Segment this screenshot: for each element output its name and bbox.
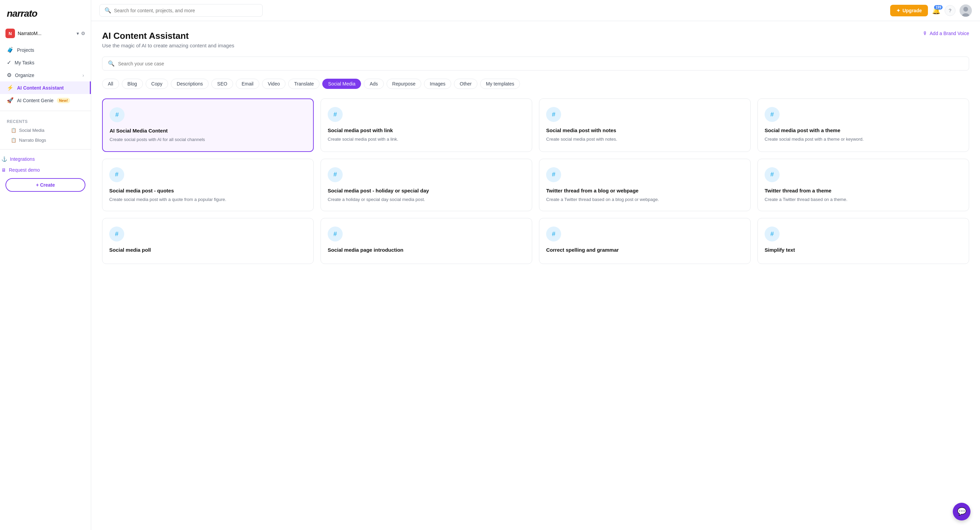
card-social-media-post-with-theme[interactable]: # Social media post with a theme Create … <box>757 99 969 152</box>
link-icon-request-demo: 🖥 <box>2 167 6 173</box>
card-icon-social-media-post-with-notes: # <box>546 107 561 122</box>
card-title-social-media-post-with-link: Social media post with link <box>328 128 525 133</box>
category-tab-repurpose[interactable]: Repurpose <box>387 79 422 89</box>
help-button[interactable]: ? <box>945 5 956 16</box>
search-input[interactable] <box>114 8 258 13</box>
page-subtitle: Use the magic of AI to create amazing co… <box>102 43 234 48</box>
category-tab-my-templates[interactable]: My templates <box>480 79 520 89</box>
recents-label: Recents <box>0 115 91 125</box>
workspace-avatar: N <box>5 29 15 38</box>
use-case-search-input[interactable] <box>118 61 963 66</box>
card-title-social-media-post-with-notes: Social media post with notes <box>546 128 743 133</box>
nav-label-ai-content-genie: AI Content Genie <box>17 98 53 103</box>
sidebar: narrato N NarratoM... ▾ ⚙ 🧳 Projects ✓ M… <box>0 0 91 530</box>
nav-arrow-organize: › <box>82 73 84 78</box>
category-tab-email[interactable]: Email <box>236 79 259 89</box>
card-icon-ai-social-media-content: # <box>110 107 124 122</box>
recent-item-narrato-blogs[interactable]: 📋 Narrato Blogs <box>0 135 91 145</box>
card-desc-twitter-thread-theme: Create a Twitter thread based on a theme… <box>765 196 962 203</box>
card-icon-simplify-text: # <box>765 227 780 241</box>
sidebar-item-projects[interactable]: 🧳 Projects <box>0 44 91 56</box>
card-desc-social-media-post-with-theme: Create social media post with a theme or… <box>765 136 962 143</box>
card-title-social-media-page-introduction: Social media page introduction <box>328 247 525 253</box>
nav-icon-my-tasks: ✓ <box>7 59 11 66</box>
sidebar-item-my-tasks[interactable]: ✓ My Tasks <box>0 56 91 69</box>
brand-voice-label: Add a Brand Voice <box>930 31 969 36</box>
card-title-social-media-poll: Social media poll <box>109 247 307 253</box>
sidebar-nav: 🧳 Projects ✓ My Tasks ⚙ Organize ›⚡ AI C… <box>0 44 91 107</box>
workspace-selector[interactable]: N NarratoM... ▾ ⚙ <box>0 26 91 41</box>
category-tab-other[interactable]: Other <box>454 79 477 89</box>
sidebar-item-ai-content-assistant[interactable]: ⚡ AI Content Assistant <box>0 81 91 94</box>
category-tab-social-media[interactable]: Social Media <box>322 79 361 89</box>
card-icon-social-media-post-with-link: # <box>328 107 343 122</box>
category-tab-ads[interactable]: Ads <box>364 79 383 89</box>
sidebar-divider <box>0 111 91 111</box>
sidebar-link-request-demo[interactable]: 🖥 Request demo <box>0 164 91 176</box>
nav-badge-ai-content-genie: New! <box>57 98 70 103</box>
sidebar-link-integrations[interactable]: ⚓ Integrations <box>0 153 91 164</box>
recent-item-social-media[interactable]: 📋 Social Media <box>0 125 91 135</box>
card-social-media-post-holiday[interactable]: # Social media post - holiday or special… <box>321 159 532 212</box>
category-tabs: AllBlogCopyDescriptionsSEOEmailVideoTran… <box>102 79 969 89</box>
category-tab-translate[interactable]: Translate <box>288 79 320 89</box>
upgrade-label: Upgrade <box>902 8 922 13</box>
user-avatar[interactable] <box>959 5 972 17</box>
upgrade-button[interactable]: ✦ Upgrade <box>890 5 928 16</box>
card-social-media-poll[interactable]: # Social media poll <box>102 218 314 264</box>
add-brand-voice-button[interactable]: 🎙 Add a Brand Voice <box>923 31 969 36</box>
category-tab-all[interactable]: All <box>102 79 119 89</box>
nav-label-ai-content-assistant: AI Content Assistant <box>17 85 64 91</box>
chat-bubble-button[interactable]: 💬 <box>953 503 970 520</box>
page-body: AI Content Assistant Use the magic of AI… <box>91 21 980 530</box>
card-ai-social-media-content[interactable]: # AI Social Media Content Create social … <box>102 99 314 152</box>
category-tab-blog[interactable]: Blog <box>122 79 143 89</box>
nav-label-projects: Projects <box>17 47 34 53</box>
card-icon-social-media-post-with-theme: # <box>765 107 780 122</box>
nav-icon-organize: ⚙ <box>7 72 11 78</box>
card-icon-twitter-thread-blog: # <box>546 167 561 182</box>
create-button[interactable]: + Create <box>5 178 86 192</box>
card-correct-spelling-grammar[interactable]: # Correct spelling and grammar <box>539 218 751 264</box>
link-label-request-demo: Request demo <box>9 167 40 173</box>
card-title-ai-social-media-content: AI Social Media Content <box>110 128 306 134</box>
card-desc-social-media-post-quotes: Create social media post with a quote fr… <box>109 196 307 203</box>
recent-label-narrato-blogs: Narrato Blogs <box>19 137 46 143</box>
sidebar-item-organize[interactable]: ⚙ Organize › <box>0 69 91 81</box>
card-title-social-media-post-holiday: Social media post - holiday or special d… <box>328 188 525 193</box>
card-social-media-post-with-link[interactable]: # Social media post with link Create soc… <box>321 99 532 152</box>
card-icon-twitter-thread-theme: # <box>765 167 780 182</box>
card-icon-social-media-post-holiday: # <box>328 167 343 182</box>
sidebar-item-ai-content-genie[interactable]: 🚀 AI Content Genie New! <box>0 94 91 107</box>
card-title-social-media-post-with-theme: Social media post with a theme <box>765 128 962 133</box>
recent-icon-narrato-blogs: 📋 <box>11 137 16 143</box>
category-tab-seo[interactable]: SEO <box>211 79 233 89</box>
card-social-media-post-with-notes[interactable]: # Social media post with notes Create so… <box>539 99 751 152</box>
link-label-integrations: Integrations <box>10 156 35 162</box>
upgrade-star-icon: ✦ <box>896 8 900 13</box>
card-desc-social-media-post-holiday: Create a holiday or special day social m… <box>328 196 525 203</box>
category-tab-copy[interactable]: Copy <box>146 79 169 89</box>
card-simplify-text[interactable]: # Simplify text <box>757 218 969 264</box>
app-logo: narrato <box>0 5 91 26</box>
notifications-button[interactable]: 🔔 199 <box>932 6 940 14</box>
svg-point-1 <box>963 7 968 11</box>
category-tab-video[interactable]: Video <box>262 79 286 89</box>
microphone-icon: 🎙 <box>923 31 928 36</box>
card-title-correct-spelling-grammar: Correct spelling and grammar <box>546 247 743 253</box>
card-title-twitter-thread-theme: Twitter thread from a theme <box>765 188 962 193</box>
search-icon: 🔍 <box>105 7 111 14</box>
workspace-chevron-icon[interactable]: ▾ <box>76 31 79 36</box>
card-twitter-thread-theme[interactable]: # Twitter thread from a theme Create a T… <box>757 159 969 212</box>
category-tab-images[interactable]: Images <box>424 79 451 89</box>
card-social-media-post-quotes[interactable]: # Social media post - quotes Create soci… <box>102 159 314 212</box>
global-search[interactable]: 🔍 <box>99 4 263 17</box>
card-social-media-page-introduction[interactable]: # Social media page introduction <box>321 218 532 264</box>
category-tab-descriptions[interactable]: Descriptions <box>171 79 208 89</box>
workspace-name: NarratoM... <box>18 31 74 36</box>
card-icon-correct-spelling-grammar: # <box>546 227 561 241</box>
use-case-search[interactable]: 🔍 <box>102 57 969 70</box>
notification-badge: 199 <box>934 5 943 10</box>
card-twitter-thread-blog[interactable]: # Twitter thread from a blog or webpage … <box>539 159 751 212</box>
workspace-settings-icon[interactable]: ⚙ <box>81 31 86 36</box>
